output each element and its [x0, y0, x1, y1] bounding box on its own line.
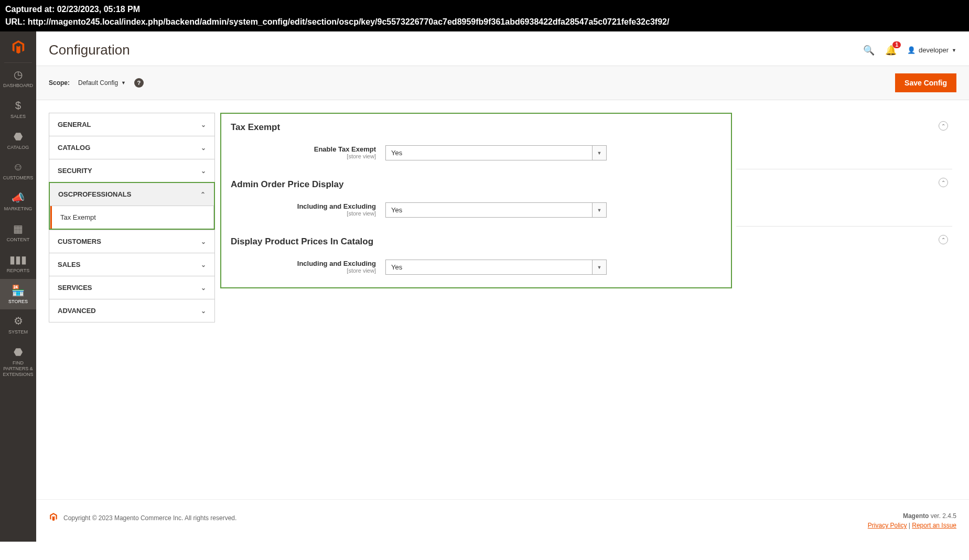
tab-label: SALES: [58, 261, 80, 268]
tab-label: SECURITY: [58, 167, 92, 175]
nav-dashboard[interactable]: ◷DASHBOARD: [0, 63, 36, 94]
field-label-text: Enable Tax Exempt: [314, 145, 376, 153]
version-label: Magento: [903, 512, 929, 520]
privacy-policy-link[interactable]: Privacy Policy: [868, 522, 907, 529]
config-tab-oscprofessionals[interactable]: OSCPROFESSIONALS⌃: [50, 183, 214, 206]
config-tab-services[interactable]: SERVICES⌄: [49, 276, 215, 299]
nav-catalog[interactable]: ⬣CATALOG: [0, 125, 36, 156]
chevron-down-icon: ⌄: [201, 238, 206, 245]
nav-label: CONTENT: [7, 237, 30, 243]
chevron-down-icon: ⌄: [201, 261, 206, 268]
help-icon[interactable]: ?: [134, 78, 144, 88]
chevron-up-icon: ⌃: [200, 191, 206, 198]
gear-icon: ⚙: [14, 315, 23, 327]
nav-label: SALES: [10, 114, 26, 120]
report-issue-link[interactable]: Report an Issue: [912, 522, 956, 529]
notifications-icon[interactable]: 🔔1: [885, 45, 897, 56]
field-scope: [store view]: [231, 153, 376, 159]
chevron-down-icon: ⌄: [201, 167, 206, 175]
nav-content[interactable]: ▦CONTENT: [0, 217, 36, 248]
nav-label: STORES: [8, 299, 28, 305]
chevron-down-icon: ⌄: [201, 307, 206, 315]
gauge-icon: ◷: [14, 68, 23, 81]
collapse-icon[interactable]: ⌃: [939, 121, 948, 131]
config-subitem-tax-exempt[interactable]: Tax Exempt: [50, 206, 213, 229]
section-title: Tax Exempt: [231, 122, 280, 133]
nav-label: REPORTS: [7, 268, 29, 274]
page-title: Configuration: [49, 42, 130, 58]
config-section-catalog-price: Display Product Prices In Catalog Includ…: [221, 228, 731, 277]
footer: Copyright © 2023 Magento Commerce Inc. A…: [36, 499, 969, 542]
config-tab-general[interactable]: GENERAL⌄: [49, 113, 215, 136]
magento-logo-icon: [49, 512, 58, 523]
capture-timestamp-label: Captured at:: [5, 5, 57, 14]
section-title: Display Product Prices In Catalog: [231, 236, 373, 247]
search-icon[interactable]: 🔍: [863, 45, 875, 56]
capture-timestamp: 02/23/2023, 05:18 PM: [57, 5, 140, 14]
config-tab-customers[interactable]: CUSTOMERS⌄: [49, 230, 215, 253]
config-tab-catalog[interactable]: CATALOG⌄: [49, 136, 215, 159]
field-label-text: Including and Excluding: [297, 202, 376, 210]
config-field-row: Enable Tax Exempt [store view] Yes ▼: [231, 141, 722, 171]
nav-marketing[interactable]: 📣MARKETING: [0, 186, 36, 217]
nav-label: FIND PARTNERS & EXTENSIONS: [2, 360, 34, 377]
nav-label: MARKETING: [4, 206, 33, 212]
config-content: Tax Exempt Enable Tax Exempt [store view…: [220, 113, 956, 487]
config-tab-advanced[interactable]: ADVANCED⌄: [49, 299, 215, 322]
nav-system[interactable]: ⚙SYSTEM: [0, 309, 36, 340]
config-section-admin-price: Admin Order Price Display Including and …: [221, 171, 731, 228]
capture-bar: Captured at: 02/23/2023, 05:18 PM URL: h…: [0, 0, 969, 31]
field-label: Including and Excluding [store view]: [231, 202, 385, 217]
chevron-down-icon: ▼: [592, 146, 606, 160]
chevron-down-icon: ⌄: [201, 121, 206, 128]
store-icon: 🏪: [12, 284, 25, 297]
scope-label: Scope:: [49, 79, 70, 87]
user-menu[interactable]: 👤 developer ▼: [907, 46, 956, 54]
nav-stores[interactable]: 🏪STORES: [0, 279, 36, 310]
nav-label: DASHBOARD: [3, 83, 33, 89]
save-config-button[interactable]: Save Config: [895, 73, 956, 92]
section-title: Admin Order Price Display: [231, 179, 343, 190]
section-header[interactable]: Display Product Prices In Catalog: [231, 228, 722, 255]
nav-customers[interactable]: ☺CUSTOMERS: [0, 155, 36, 186]
select-value: Yes: [386, 203, 592, 217]
copyright-text: Copyright © 2023 Magento Commerce Inc. A…: [63, 514, 236, 522]
username: developer: [919, 46, 949, 54]
collapse-icon[interactable]: ⌃: [939, 178, 948, 187]
page-header: Configuration 🔍 🔔1 👤 developer ▼: [36, 31, 969, 66]
field-label-text: Including and Excluding: [297, 260, 376, 267]
config-tab-security[interactable]: SECURITY⌄: [49, 159, 215, 182]
admin-nav: ◷DASHBOARD $SALES ⬣CATALOG ☺CUSTOMERS 📣M…: [0, 31, 36, 542]
section-header[interactable]: Tax Exempt: [231, 114, 722, 141]
scope-selector[interactable]: Default Config ▼: [78, 79, 126, 87]
megaphone-icon: 📣: [12, 191, 25, 204]
enable-tax-exempt-select[interactable]: Yes ▼: [385, 145, 607, 160]
nav-partners[interactable]: ⬣FIND PARTNERS & EXTENSIONS: [0, 340, 36, 382]
scope-value: Default Config: [78, 79, 118, 87]
config-tab-sales[interactable]: SALES⌄: [49, 253, 215, 276]
notification-count: 1: [892, 41, 901, 48]
user-icon: 👤: [907, 46, 916, 54]
nav-label: CATALOG: [7, 145, 29, 150]
field-scope: [store view]: [231, 210, 376, 217]
config-field-row: Including and Excluding [store view] Yes…: [231, 255, 722, 277]
nav-label: SYSTEM: [8, 329, 28, 335]
select-value: Yes: [386, 260, 592, 274]
admin-price-including-excluding-select[interactable]: Yes ▼: [385, 202, 607, 218]
box-icon: ⬣: [14, 130, 23, 143]
nav-reports[interactable]: ▮▮▮REPORTS: [0, 248, 36, 279]
tab-label: ADVANCED: [58, 307, 96, 315]
tab-label: SERVICES: [58, 284, 92, 292]
chevron-down-icon: ⌄: [201, 144, 206, 152]
chevron-down-icon: ▼: [121, 80, 126, 85]
select-value: Yes: [386, 146, 592, 160]
version-value: ver. 2.4.5: [929, 512, 956, 520]
magento-logo[interactable]: [4, 31, 32, 63]
layout-icon: ▦: [13, 222, 23, 235]
section-header[interactable]: Admin Order Price Display: [231, 171, 722, 198]
collapse-icon[interactable]: ⌃: [939, 235, 948, 244]
nav-sales[interactable]: $SALES: [0, 94, 36, 125]
chevron-down-icon: ▼: [592, 203, 606, 217]
config-field-row: Including and Excluding [store view] Yes…: [231, 198, 722, 228]
catalog-price-including-excluding-select[interactable]: Yes ▼: [385, 260, 607, 275]
